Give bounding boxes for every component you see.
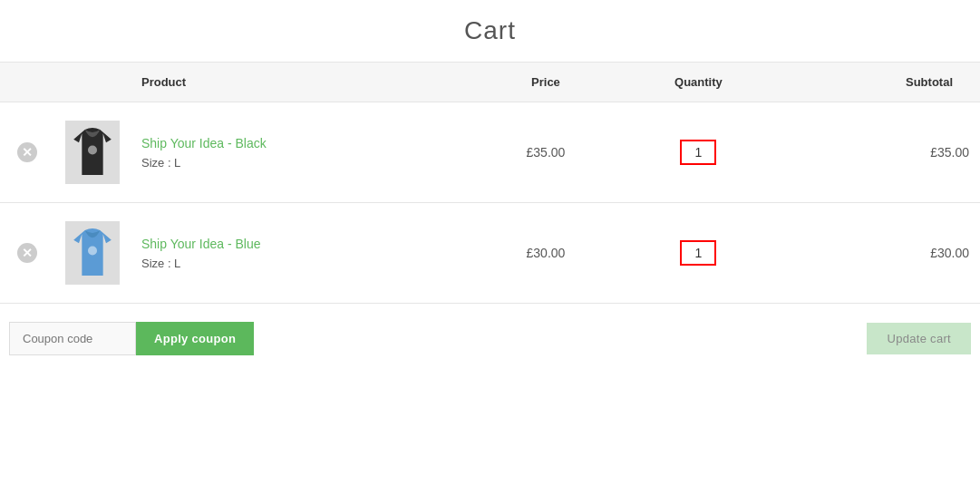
product-name[interactable]: Ship Your Idea - Black bbox=[141, 136, 464, 150]
product-image-cell bbox=[54, 203, 131, 304]
col-header-image bbox=[54, 63, 131, 102]
coupon-area: Apply coupon bbox=[9, 322, 254, 355]
update-cart-button[interactable]: Update cart bbox=[867, 323, 971, 354]
quantity-cell: 1 bbox=[616, 203, 780, 304]
product-info-cell: Ship Your Idea - Blue Size : L bbox=[131, 203, 475, 304]
quantity-value[interactable]: 1 bbox=[680, 240, 716, 266]
col-header-subtotal: Subtotal bbox=[780, 63, 980, 102]
product-thumbnail bbox=[65, 121, 120, 184]
subtotal-cell: £30.00 bbox=[780, 203, 980, 304]
table-row: ✕ Ship Your Idea - Black Size : L £35.00… bbox=[0, 102, 980, 203]
coupon-code-input[interactable] bbox=[9, 322, 136, 355]
price-cell: £30.00 bbox=[475, 203, 617, 304]
remove-item-button[interactable]: ✕ bbox=[17, 243, 37, 263]
product-image-cell bbox=[54, 102, 131, 203]
remove-cell: ✕ bbox=[0, 203, 54, 304]
product-info-cell: Ship Your Idea - Black Size : L bbox=[131, 102, 475, 203]
price-cell: £35.00 bbox=[475, 102, 617, 203]
apply-coupon-button[interactable]: Apply coupon bbox=[136, 322, 254, 355]
product-meta: Size : L bbox=[141, 257, 464, 270]
product-meta: Size : L bbox=[141, 156, 464, 170]
svg-point-0 bbox=[88, 146, 97, 155]
svg-point-1 bbox=[88, 247, 97, 256]
product-thumbnail bbox=[65, 221, 120, 285]
col-header-product: Product bbox=[131, 63, 475, 102]
product-name[interactable]: Ship Your Idea - Blue bbox=[141, 237, 464, 251]
cart-footer: Apply coupon Update cart bbox=[0, 304, 980, 364]
quantity-value[interactable]: 1 bbox=[680, 140, 716, 165]
table-row: ✕ Ship Your Idea - Blue Size : L £30.00 … bbox=[0, 203, 980, 304]
col-header-price: Price bbox=[475, 63, 617, 102]
quantity-cell: 1 bbox=[616, 102, 780, 203]
remove-item-button[interactable]: ✕ bbox=[17, 142, 37, 162]
col-header-remove bbox=[0, 63, 54, 102]
subtotal-cell: £35.00 bbox=[780, 102, 980, 203]
col-header-quantity: Quantity bbox=[616, 63, 780, 102]
remove-cell: ✕ bbox=[0, 102, 54, 203]
page-title: Cart bbox=[0, 0, 980, 62]
